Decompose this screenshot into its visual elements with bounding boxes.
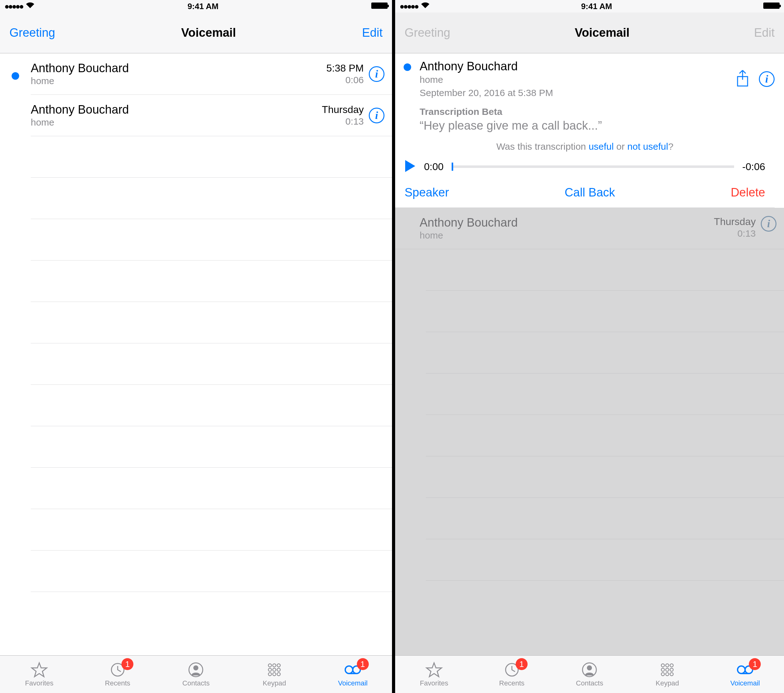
tab-voicemail[interactable]: 1 Voicemail: [313, 656, 392, 693]
speaker-button[interactable]: Speaker: [405, 186, 449, 199]
tab-label: Contacts: [182, 679, 210, 687]
empty-row: [426, 415, 784, 456]
svg-point-11: [277, 673, 280, 676]
tab-contacts[interactable]: Contacts: [157, 656, 236, 693]
empty-row: [31, 136, 392, 178]
caller-name: Anthony Bouchard: [31, 61, 326, 75]
feedback-q: ?: [668, 141, 674, 151]
svg-point-9: [268, 673, 272, 676]
svg-point-21: [670, 664, 673, 667]
feedback-notuseful-link[interactable]: not useful: [628, 141, 668, 151]
tab-contacts[interactable]: Contacts: [551, 656, 629, 693]
tab-label: Voicemail: [338, 679, 367, 687]
call-duration: 0:13: [346, 116, 364, 127]
svg-point-27: [670, 673, 673, 676]
edit-button: Edit: [754, 26, 774, 40]
transcription-label: Transcription Beta: [395, 106, 774, 117]
svg-point-24: [670, 668, 673, 672]
feedback-useful-link[interactable]: useful: [588, 141, 614, 151]
tab-favorites[interactable]: Favorites: [395, 656, 473, 693]
voicemail-row[interactable]: Anthony Bouchard home Thursday 0:13 i: [395, 208, 784, 249]
phone-right: ●●●●● 9:41 AM Greeting Voicemail Edit An…: [392, 0, 784, 693]
badge: 1: [122, 658, 133, 670]
info-button[interactable]: i: [759, 71, 774, 87]
empty-row: [31, 509, 392, 550]
voicemail-detail-card: Anthony Bouchard home September 20, 2016…: [395, 53, 784, 208]
empty-row: [31, 178, 392, 219]
call-date: September 20, 2016 at 5:38 PM: [420, 87, 736, 98]
caller-label: home: [31, 117, 322, 128]
edit-button[interactable]: Edit: [362, 26, 382, 40]
elapsed-time: 0:00: [424, 161, 443, 173]
nav-bar: Greeting Voicemail Edit: [0, 13, 392, 53]
empty-row: [426, 332, 784, 374]
empty-row: [426, 539, 784, 581]
caller-name: Anthony Bouchard: [420, 216, 714, 229]
call-duration: 0:13: [738, 228, 756, 239]
tab-label: Voicemail: [730, 679, 760, 687]
unread-dot-icon: [12, 72, 19, 80]
empty-row: [426, 249, 784, 291]
transcription-text: “Hey please give me a call back...”: [395, 117, 774, 132]
tab-label: Recents: [105, 679, 130, 687]
tab-label: Favorites: [25, 679, 53, 687]
voicemail-row[interactable]: Anthony Bouchard home Thursday 0:13 i: [0, 95, 392, 136]
play-button[interactable]: [405, 160, 416, 174]
tab-keypad[interactable]: Keypad: [235, 656, 313, 693]
greeting-button: Greeting: [405, 26, 450, 40]
nav-bar: Greeting Voicemail Edit: [395, 13, 784, 53]
caller-name: Anthony Bouchard: [31, 103, 322, 117]
svg-point-23: [666, 668, 669, 672]
svg-point-19: [661, 664, 664, 667]
svg-point-12: [345, 666, 353, 673]
caller-label: home: [31, 76, 326, 86]
call-time: Thursday: [322, 104, 364, 115]
voicemail-row[interactable]: Anthony Bouchard home 5:38 PM 0:06 i: [0, 53, 392, 95]
svg-point-5: [277, 664, 280, 667]
svg-point-25: [661, 673, 664, 676]
greeting-button[interactable]: Greeting: [10, 26, 55, 40]
badge: 1: [357, 658, 369, 670]
badge: 1: [749, 658, 761, 670]
svg-point-3: [268, 664, 272, 667]
scrubber-thumb[interactable]: [451, 163, 453, 171]
call-time: Thursday: [714, 216, 756, 227]
tab-label: Favorites: [420, 679, 448, 687]
call-time: 5:38 PM: [326, 63, 364, 74]
signal-dots-icon: ●●●●●: [4, 2, 23, 11]
empty-row: [426, 291, 784, 332]
empty-row: [31, 467, 392, 509]
info-button[interactable]: i: [369, 66, 384, 82]
tab-recents[interactable]: 1 Recents: [473, 656, 551, 693]
tab-recents[interactable]: 1 Recents: [79, 656, 157, 693]
svg-point-8: [277, 668, 280, 672]
info-button[interactable]: i: [369, 108, 384, 123]
tab-bar: Favorites 1 Recents Contacts Keypad 1 Vo…: [395, 655, 784, 693]
info-button[interactable]: i: [761, 216, 776, 232]
phone-left: ●●●●● 9:41 AM Greeting Voicemail Edit An…: [0, 0, 392, 693]
svg-point-6: [268, 668, 272, 672]
empty-row: [31, 426, 392, 467]
tab-favorites[interactable]: Favorites: [0, 656, 79, 693]
wifi-icon: [420, 2, 430, 11]
unread-dot-icon: [404, 63, 411, 71]
empty-row: [31, 385, 392, 426]
tab-voicemail[interactable]: 1 Voicemail: [706, 656, 784, 693]
svg-point-7: [273, 668, 276, 672]
tab-label: Recents: [499, 679, 524, 687]
page-title: Voicemail: [575, 26, 629, 40]
scrubber[interactable]: [451, 165, 734, 168]
empty-row: [31, 343, 392, 385]
delete-button[interactable]: Delete: [731, 186, 765, 199]
page-title: Voicemail: [181, 26, 236, 40]
status-time: 9:41 AM: [581, 2, 612, 11]
empty-row: [31, 550, 392, 592]
share-button[interactable]: [736, 70, 749, 89]
tab-keypad[interactable]: Keypad: [628, 656, 706, 693]
action-row: Speaker Call Back Delete: [395, 179, 774, 208]
callback-button[interactable]: Call Back: [565, 186, 615, 199]
tab-label: Keypad: [656, 679, 679, 687]
voicemail-list: Anthony Bouchard home September 20, 2016…: [395, 53, 784, 655]
status-time: 9:41 AM: [187, 2, 219, 11]
status-bar: ●●●●● 9:41 AM: [0, 0, 392, 13]
